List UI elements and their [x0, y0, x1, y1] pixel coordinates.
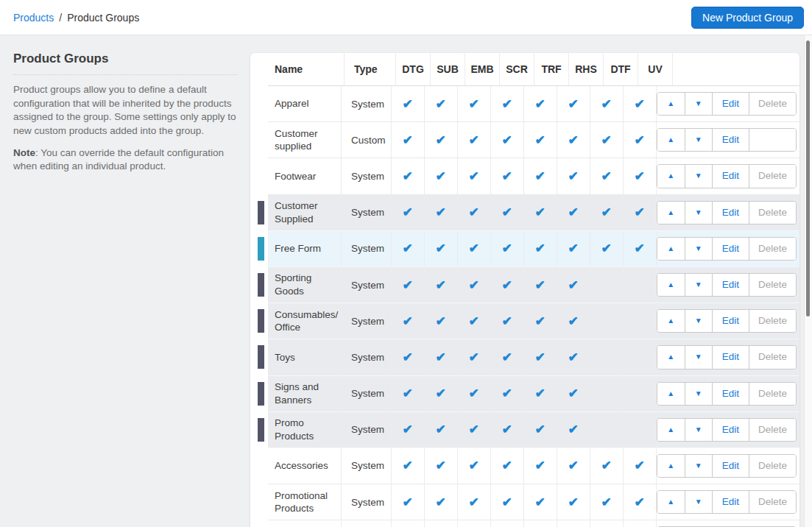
- group-name-cell: Footwear: [268, 158, 341, 194]
- check-icon: ✔: [436, 387, 446, 400]
- row-actions: ▲▼EditDelete: [656, 86, 799, 121]
- column-header-actions: [672, 53, 799, 85]
- edit-button[interactable]: Edit: [712, 346, 749, 368]
- row-actions: ▲▼EditDelete: [656, 231, 799, 266]
- group-type: System: [341, 412, 391, 448]
- row-action-button-group: ▲▼EditDelete: [657, 273, 797, 297]
- move-up-button[interactable]: ▲: [657, 238, 685, 260]
- check-icon: ✔: [568, 387, 579, 400]
- edit-button[interactable]: Edit: [712, 310, 749, 332]
- edit-button[interactable]: Edit: [712, 274, 749, 296]
- edit-button[interactable]: Edit: [712, 93, 749, 115]
- check-icon: ✔: [635, 242, 645, 255]
- new-product-group-button[interactable]: New Product Group: [691, 7, 804, 29]
- move-up-button[interactable]: ▲: [657, 310, 685, 332]
- group-type: System: [341, 376, 391, 411]
- edit-button[interactable]: Edit: [712, 383, 749, 405]
- check-icon: ✔: [535, 351, 546, 364]
- group-name: Promo Products: [275, 417, 339, 442]
- check-icon: ✔: [502, 134, 512, 146]
- move-down-button[interactable]: ▼: [685, 165, 712, 187]
- move-up-button[interactable]: ▲: [657, 129, 685, 151]
- move-down-button[interactable]: ▼: [685, 346, 712, 368]
- capability-dtf-cell: [590, 303, 623, 339]
- column-header-scr: SCR: [499, 53, 534, 85]
- column-header-sub: SUB: [430, 53, 465, 85]
- group-name: Free Form: [275, 242, 321, 255]
- move-down-button[interactable]: ▼: [685, 383, 712, 405]
- move-up-button[interactable]: ▲: [657, 383, 685, 405]
- move-down-button[interactable]: ▼: [685, 93, 712, 115]
- table-row: Sporting GoodsSystem✔✔✔✔✔✔▲▼EditDelete: [268, 267, 799, 303]
- move-up-button[interactable]: ▲: [657, 455, 685, 477]
- capability-dtf-cell: ✔: [590, 448, 623, 484]
- move-up-button[interactable]: ▲: [657, 491, 685, 513]
- table-row: Free FormSystem✔✔✔✔✔✔✔✔▲▼EditDelete: [268, 231, 799, 267]
- check-icon: ✔: [436, 496, 446, 509]
- edit-button[interactable]: Edit: [712, 165, 749, 187]
- move-up-button[interactable]: ▲: [657, 202, 685, 224]
- check-icon: ✔: [436, 242, 446, 255]
- scrollbar-thumb[interactable]: [806, 40, 810, 316]
- capability-uv-cell: ✔: [623, 484, 656, 520]
- move-down-button[interactable]: ▼: [685, 310, 712, 332]
- move-up-button[interactable]: ▲: [657, 93, 685, 115]
- check-icon: ✔: [402, 423, 412, 436]
- capability-dtg-cell: ✔: [391, 339, 424, 375]
- group-name-cell: Promotional Products: [268, 484, 341, 520]
- capability-dtf-cell: ✔: [590, 231, 623, 266]
- move-up-button[interactable]: ▲: [657, 346, 685, 368]
- capability-sub-cell: ✔: [424, 376, 457, 411]
- move-down-button[interactable]: ▼: [685, 274, 712, 296]
- move-up-button[interactable]: ▲: [657, 419, 685, 441]
- group-name-cell: Promo Products: [268, 412, 341, 448]
- capability-dtg-cell: ✔: [391, 484, 424, 520]
- move-down-button[interactable]: ▼: [685, 202, 712, 224]
- edit-button[interactable]: Edit: [712, 202, 749, 224]
- check-icon: ✔: [568, 496, 579, 509]
- capability-sub-cell: ✔: [424, 267, 457, 303]
- capability-dtg-cell: ✔: [391, 448, 424, 484]
- group-name-cell: Awards: [268, 520, 341, 527]
- capability-trf-cell: ✔: [523, 339, 557, 375]
- edit-button[interactable]: Edit: [712, 129, 749, 151]
- sidebar: Product Groups Product groups allow you …: [0, 35, 250, 192]
- capability-emb-cell: ✔: [457, 195, 490, 230]
- group-name-cell: Accessories: [268, 448, 341, 484]
- move-up-button[interactable]: ▲: [657, 274, 685, 296]
- delete-button: Delete: [749, 274, 796, 296]
- check-icon: ✔: [502, 98, 512, 110]
- move-up-button[interactable]: ▲: [657, 165, 685, 187]
- check-icon: ✔: [601, 242, 612, 255]
- row-actions: ▲▼EditDelete: [656, 484, 799, 520]
- capability-trf-cell: ✔: [523, 158, 557, 194]
- check-icon: ✔: [436, 351, 446, 364]
- move-down-button[interactable]: ▼: [685, 491, 712, 513]
- move-down-button[interactable]: ▼: [685, 419, 712, 441]
- row-actions: ▲▼EditDelete: [656, 303, 799, 339]
- check-icon: ✔: [535, 98, 546, 110]
- check-icon: ✔: [436, 170, 446, 183]
- scrollbar-track[interactable]: [804, 35, 812, 527]
- capability-scr-cell: ✔: [490, 158, 523, 194]
- breadcrumb-products-link[interactable]: Products: [13, 12, 54, 24]
- table-header-row: NameTypeDTGSUBEMBSCRTRFRHSDTFUV: [268, 53, 799, 86]
- edit-button[interactable]: Edit: [712, 491, 749, 513]
- edit-button[interactable]: Edit: [712, 419, 749, 441]
- check-icon: ✔: [436, 98, 446, 110]
- check-icon: ✔: [535, 170, 546, 183]
- column-header-dtf: DTF: [603, 53, 638, 85]
- move-down-button[interactable]: ▼: [685, 238, 712, 260]
- delete-button[interactable]: Delete: [749, 129, 796, 151]
- move-down-button[interactable]: ▼: [685, 455, 712, 477]
- table-row: AccessoriesSystem✔✔✔✔✔✔✔✔▲▼EditDelete: [268, 448, 799, 484]
- capability-dtf-cell: [590, 376, 623, 411]
- row-action-button-group: ▲▼EditDelete: [657, 345, 797, 369]
- group-type: System: [341, 339, 391, 375]
- capability-emb-cell: ✔: [457, 339, 490, 375]
- delete-button: Delete: [749, 93, 796, 115]
- edit-button[interactable]: Edit: [712, 455, 749, 477]
- edit-button[interactable]: Edit: [712, 238, 749, 260]
- check-icon: ✔: [469, 170, 479, 183]
- move-down-button[interactable]: ▼: [685, 129, 712, 151]
